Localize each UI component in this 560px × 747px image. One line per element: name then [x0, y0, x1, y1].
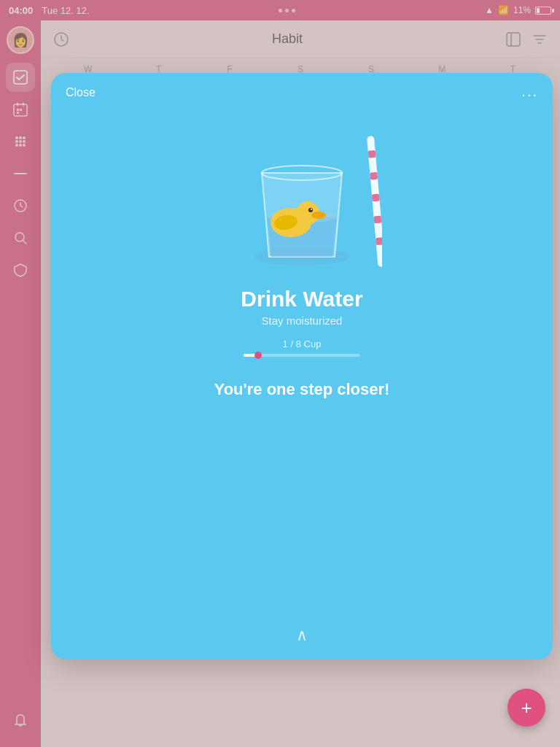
water-glass-svg [222, 115, 382, 275]
svg-point-35 [308, 208, 313, 212]
svg-point-34 [311, 212, 326, 219]
svg-rect-28 [370, 172, 378, 180]
svg-point-36 [311, 209, 312, 210]
svg-rect-30 [373, 216, 381, 224]
modal-header: Close ··· [51, 73, 553, 103]
svg-rect-31 [376, 237, 382, 245]
duck-illustration [222, 115, 382, 275]
add-habit-button[interactable]: + [508, 689, 545, 727]
modal-progress-bar [244, 354, 360, 357]
modal-close-button[interactable]: Close [66, 86, 96, 103]
modal-title: Drink Water [241, 287, 362, 311]
modal-progress-dot [254, 352, 262, 359]
modal-chevron-up[interactable]: ∧ [296, 626, 308, 645]
modal-card: Close ··· [51, 73, 553, 659]
svg-rect-27 [368, 150, 376, 158]
modal-more-button[interactable]: ··· [521, 86, 538, 103]
svg-rect-29 [372, 194, 380, 202]
modal-message: You're one step closer! [214, 380, 390, 399]
modal-subtitle: Stay moisturized [262, 314, 343, 327]
modal-progress-label: 1 / 8 Cup [283, 338, 322, 349]
